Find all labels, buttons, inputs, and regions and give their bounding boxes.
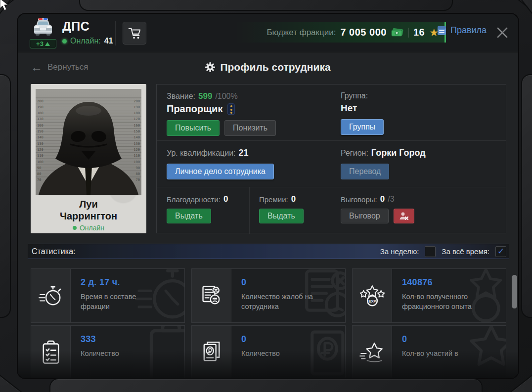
- transfer-button[interactable]: Перевод: [341, 164, 389, 179]
- give-bonus-button[interactable]: Выдать: [259, 209, 304, 223]
- scrollbar-thumb[interactable]: [512, 275, 517, 308]
- stat-label: Количество жалоб на сотрудника: [241, 292, 328, 311]
- employee-name-line2: Чаррингтон: [36, 210, 141, 222]
- stat-value: 0: [402, 334, 506, 345]
- stat-value: 0: [241, 277, 345, 288]
- budget-value: 7 005 000: [340, 27, 386, 38]
- stat-card-faction-exp: EXP 140876 Кол-во полученного фракционно…: [352, 268, 506, 323]
- panel-divider: [331, 85, 331, 187]
- employee-info-panel: Звание: 599 /100% Прапорщик Повысить Пон…: [156, 84, 506, 233]
- panel-divider: [157, 140, 506, 141]
- close-button[interactable]: [494, 25, 510, 41]
- cart-icon: [128, 26, 141, 40]
- svg-text:120: 120: [133, 148, 140, 152]
- employee-name-line1: Луи: [36, 198, 141, 210]
- fire-employee-button[interactable]: [394, 209, 414, 223]
- bezel-top: [79, 0, 453, 11]
- bonuses-section: Премии: 0 Выдать: [259, 194, 304, 223]
- stat-label: Количество: [81, 349, 167, 359]
- reprimands-section: Выговоры: 0 /3 Выговор: [341, 194, 414, 223]
- promote-button[interactable]: Повысить: [167, 120, 220, 136]
- group-value: Нет: [341, 103, 384, 114]
- police-car-icon: [31, 18, 55, 37]
- stat-card-time-in-faction: 2 д. 17 ч. Время в составе фракции: [31, 268, 185, 323]
- faction-budget: Бюджет фракции: 7 005 000 16 ★: [235, 22, 446, 43]
- stat-label: Кол-во участий в: [402, 349, 488, 359]
- panel-divider: [249, 187, 250, 234]
- faction-name: ДПС: [62, 19, 89, 34]
- region-section: Регион: Горки Город Перевод: [341, 148, 426, 179]
- bezel-bottom: [49, 378, 483, 392]
- svg-text:160: 160: [37, 124, 44, 128]
- employee-mugshot-photo: 2002001901901801801701701601601501501401…: [36, 89, 141, 195]
- stat-card-count-2: 0 Количество: [191, 325, 346, 378]
- panel-divider: [157, 187, 506, 187]
- stat-label: Время в составе фракции: [81, 292, 167, 311]
- svg-text:150: 150: [37, 130, 44, 133]
- stat-value: 0: [241, 334, 345, 345]
- faction-online: Онлайн: 41: [62, 37, 113, 45]
- svg-text:100: 100: [133, 160, 140, 164]
- statistics-title: Статистика:: [28, 247, 75, 256]
- svg-text:EXP: EXP: [368, 299, 376, 304]
- qualification-section: Ур. квалификации: 21 Личное дело сотрудн…: [167, 148, 274, 179]
- app-window: +3 ДПС Онлайн: 41 Бюджет фра: [18, 14, 518, 378]
- stat-label: Кол-во полученного фракционного опыта: [402, 292, 488, 311]
- money-icon: [391, 28, 404, 38]
- svg-text:70: 70: [136, 178, 140, 182]
- svg-text:80: 80: [136, 172, 140, 176]
- svg-text:130: 130: [133, 142, 140, 146]
- reprimand-button[interactable]: Выговор: [341, 209, 389, 223]
- stat-value: 2 д. 17 ч.: [81, 277, 184, 288]
- thanks-section: Благодарности: 0 Выдать: [167, 194, 228, 223]
- give-thanks-button[interactable]: Выдать: [167, 209, 211, 223]
- stat-card-complaints: 0 Количество жалоб на сотрудника: [191, 268, 346, 323]
- svg-text:160: 160: [133, 124, 140, 128]
- shop-cart-button[interactable]: [123, 22, 146, 44]
- online-dot-icon: [62, 39, 67, 44]
- svg-text:150: 150: [133, 130, 140, 133]
- online-status-label: Онлайн: [80, 224, 104, 232]
- groups-button[interactable]: Группы: [341, 119, 384, 135]
- mouse-cursor-icon: [0, 0, 12, 12]
- svg-text:180: 180: [133, 111, 140, 115]
- svg-text:110: 110: [133, 154, 140, 158]
- person-remove-icon: [399, 212, 409, 220]
- svg-text:80: 80: [37, 172, 41, 176]
- stat-label: Количество: [241, 349, 328, 359]
- svg-text:90: 90: [136, 166, 140, 170]
- week-checkbox[interactable]: [425, 246, 436, 257]
- svg-text:140: 140: [37, 135, 44, 139]
- svg-text:170: 170: [133, 117, 140, 121]
- region-label: Регион:: [341, 149, 368, 158]
- close-icon: [496, 26, 509, 39]
- svg-text:200: 200: [37, 99, 44, 103]
- rules-button[interactable]: Правила: [437, 25, 487, 36]
- tablet-frame: +3 ДПС Онлайн: 41 Бюджет фра: [0, 0, 532, 392]
- qualification-label: Ур. квалификации:: [167, 149, 236, 158]
- demote-button[interactable]: Понизить: [224, 120, 276, 136]
- svg-text:170: 170: [37, 117, 44, 121]
- group-section: Группа: Нет Группы: [341, 91, 384, 135]
- employee-online-status: Онлайн: [36, 224, 141, 232]
- svg-text:190: 190: [133, 105, 140, 109]
- rules-book-icon: [437, 25, 446, 36]
- employee-photo-card: 2002001901901801801701701601601501501401…: [31, 84, 146, 233]
- rank-suffix: /100%: [215, 92, 237, 101]
- page-title-text: Профиль сотрудника: [220, 61, 330, 73]
- region-value: Горки Город: [371, 148, 426, 158]
- alltime-checkbox[interactable]: [495, 246, 506, 257]
- statistics-bar: Статистика: За неделю: За всё время:: [28, 244, 509, 259]
- rank-section: Звание: 599 /100% Прапорщик Повысить Пон…: [167, 91, 276, 136]
- level-badge-value: +3: [36, 40, 44, 47]
- bonuses-value: 0: [291, 194, 296, 204]
- reprimands-suffix: /3: [388, 195, 394, 204]
- thanks-label: Благодарности:: [167, 195, 221, 204]
- header-divider: [115, 21, 116, 45]
- personal-file-button[interactable]: Личное дело сотрудника: [167, 164, 274, 179]
- week-filter-label: За неделю:: [380, 247, 419, 256]
- stat-value: 140876: [402, 277, 506, 288]
- online-dot-icon: [73, 226, 77, 230]
- reprimands-label: Выговоры:: [341, 195, 377, 204]
- stopwatch-icon: [39, 284, 63, 307]
